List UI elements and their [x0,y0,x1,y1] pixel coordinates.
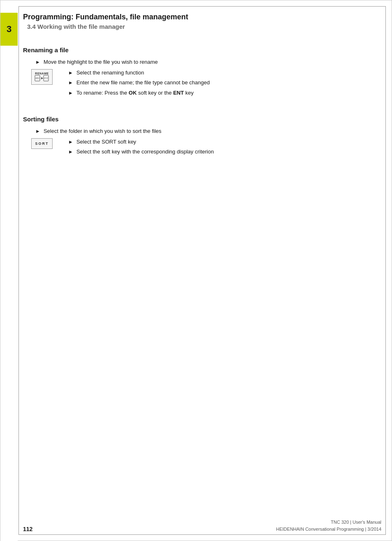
renaming-ok-text: OK [129,90,137,96]
bullet-arrow-sort-sub2: ► [68,149,73,155]
rename-key-icon: ABC ▶ XYZ [35,75,49,82]
rename-key-image: RENAME ABC ▶ XYZ [31,69,53,85]
renaming-substep3-text: To rename: Press the OK soft key or the … [76,89,194,97]
chapter-number: 3 [7,24,12,35]
renaming-substep3-suffix: key [184,90,194,96]
sub-title: 3.4 Working with the file manager [27,23,381,30]
bullet-arrow-sub3: ► [68,90,73,96]
sorting-substep1-text: Select the SORT soft key [76,138,136,146]
main-content: Programming: Fundamentals, file manageme… [23,13,381,160]
bullet-arrow-sort-sub1: ► [68,139,73,145]
sorting-substep2: ► Select the soft key with the correspon… [64,148,381,156]
renaming-step1-text: Move the highlight to the file you wish … [44,58,158,66]
page-header: Programming: Fundamentals, file manageme… [23,13,381,30]
page-number: 112 [23,526,32,532]
right-rule [385,6,386,535]
sorting-step1-text: Select the folder in which you wish to s… [44,128,161,135]
rename-key-label-top: RENAME [35,72,48,75]
bullet-arrow-sub1: ► [68,70,73,76]
renaming-step1: ► Move the highlight to the file you wis… [31,58,381,66]
chapter-tab: 3 [0,0,18,541]
sorting-section: Sorting files ► Select the folder in whi… [23,116,381,158]
bullet-arrow-sub2: ► [68,80,73,86]
renaming-section: Renaming a file ► Move the highlight to … [23,46,381,99]
sorting-step1: ► Select the folder in which you wish to… [31,128,381,135]
main-title: Programming: Fundamentals, file manageme… [23,13,381,21]
rename-bullets-col: ► Select the renaming function ► Enter t… [64,69,381,99]
renaming-substep1-text: Select the renaming function [76,69,144,77]
bullet-arrow-1: ► [35,59,40,65]
top-rule [18,6,386,7]
sort-key-col: SORT [31,138,60,149]
sort-key-label: SORT [35,142,48,146]
renaming-substep3-prefix: To rename: Press the [76,90,129,96]
sort-key-image: SORT [31,138,53,149]
bottom-rule [18,534,386,535]
renaming-heading: Renaming a file [23,46,381,53]
renaming-substep1: ► Select the renaming function [64,69,381,77]
left-inner-rule [18,6,19,535]
rename-key-col: RENAME ABC ▶ XYZ [31,69,60,85]
sort-bullets-col: ► Select the SORT soft key ► Select the … [64,138,381,158]
renaming-ent-text: ENT [173,90,184,96]
footer-line2: HEIDENHAIN Conversational Programming | … [276,526,381,533]
svg-text:XYZ: XYZ [44,77,48,79]
sorting-substep1: ► Select the SORT soft key [64,138,381,146]
renaming-substep3: ► To rename: Press the OK soft key or th… [64,89,381,97]
footer-line1: TNC 320 | User's Manual [276,519,381,526]
sort-key-row: SORT ► Select the SORT soft key ► Select… [31,138,381,158]
bullet-arrow-sort1: ► [35,128,40,134]
chapter-number-block: 3 [0,13,18,46]
svg-text:ABC: ABC [35,77,40,79]
renaming-substep3-mid: soft key or the [137,90,173,96]
sorting-heading: Sorting files [23,116,381,123]
footer: TNC 320 | User's Manual HEIDENHAIN Conve… [276,519,381,532]
svg-text:▶: ▶ [41,77,44,79]
renaming-substep2: ► Enter the new file name; the file type… [64,79,381,86]
page-container: 3 Programming: Fundamentals, file manage… [0,0,392,541]
rename-key-row: RENAME ABC ▶ XYZ ► [31,69,381,99]
sorting-substep2-text: Select the soft key with the correspondi… [76,148,214,156]
renaming-substep2-text: Enter the new file name; the file type c… [76,79,210,86]
